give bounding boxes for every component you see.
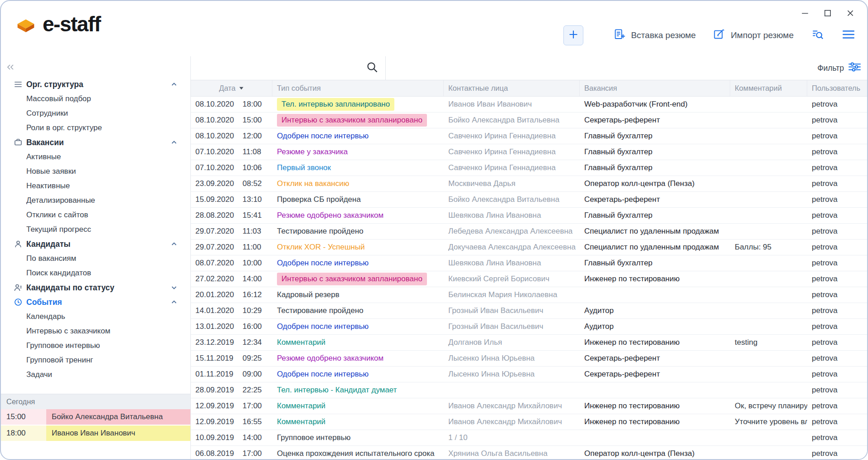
add-button[interactable]: [563, 25, 583, 45]
cell-contacts: Москвичева Дарья: [444, 176, 580, 191]
sidebar-section-org[interactable]: Орг. структура: [1, 77, 190, 92]
cell-comment: [730, 271, 807, 287]
table-row[interactable]: 23.09.202008:52Отклик на вакансиюМосквич…: [191, 176, 867, 192]
cell-comment: [730, 303, 807, 318]
cell-vacancy: Инженер по тестированию: [580, 335, 730, 350]
search-resume-button[interactable]: [811, 28, 824, 43]
table-row[interactable]: 15.11.201909:25Резюме одобрено заказчико…: [191, 351, 867, 367]
cell-vacancy: Главный бухгалтер: [580, 160, 730, 176]
sidebar-item-vacancies-2[interactable]: Неактивные: [1, 179, 190, 193]
table-row[interactable]: 06.08.201917:00Оценка прохождения испыта…: [191, 446, 867, 459]
today-event[interactable]: 18:00Иванов Иван Иванович: [1, 426, 190, 442]
menu-button[interactable]: [842, 29, 855, 42]
sidebar-item-vacancies-3[interactable]: Детализированные: [1, 193, 190, 208]
table-row[interactable]: 08.10.202015:00Интервью с заказчиком зап…: [191, 113, 867, 128]
table-row[interactable]: 23.12.201912:34КомментарийДолганов ИльяИ…: [191, 335, 867, 351]
sidebar-item-events-3[interactable]: Групповой тренинг: [1, 353, 190, 367]
close-button[interactable]: [843, 6, 858, 22]
sidebar-item-vacancies-1[interactable]: Новые заявки: [1, 164, 190, 179]
table-row[interactable]: 29.07.202011:03Тестирование пройденоЛебе…: [191, 224, 867, 240]
sidebar-item-org-1[interactable]: Сотрудники: [1, 106, 190, 121]
table-row[interactable]: 01.11.201909:00Одобрен после интервьюЛыс…: [191, 367, 867, 382]
table-row[interactable]: 28.09.201922:25Тел. интервью - Кандидат …: [191, 382, 867, 398]
close-icon: [846, 9, 854, 19]
event-type-badge: Интервью с заказчиком запланировано: [277, 273, 427, 285]
cell-user: petrova: [807, 271, 867, 287]
sidebar-item-events-1[interactable]: Интервью с заказчиком: [1, 324, 190, 338]
table-row[interactable]: 14.01.202010:29Тестирование пройденоГроз…: [191, 303, 867, 319]
filter-button[interactable]: Фильтр: [817, 62, 867, 74]
sidebar-collapse-button[interactable]: [6, 64, 19, 73]
cell-event-type: Одобрен после интервью: [272, 255, 444, 271]
chevron-up-icon[interactable]: [170, 240, 178, 248]
table-row[interactable]: 10.09.201914:00Групповое интервью1 / 10p…: [191, 430, 867, 446]
minimize-button[interactable]: [797, 6, 813, 22]
cell-event-type: Тестирование пройдено: [272, 224, 444, 239]
sidebar-item-vacancies-0[interactable]: Активные: [1, 150, 190, 164]
search-input[interactable]: [191, 56, 386, 80]
events-icon: [14, 298, 26, 307]
cell-event-type: Интервью с заказчиком запланировано: [272, 113, 444, 128]
column-header-3[interactable]: Вакансия: [580, 80, 730, 96]
event-type-badge: Отклик XOR - Успешный: [277, 243, 365, 252]
sidebar-item-org-0[interactable]: Массовый подбор: [1, 92, 190, 106]
column-header-2[interactable]: Контактные лица: [444, 80, 580, 96]
today-event[interactable]: 15:00Бойко Александра Витальевна: [1, 409, 190, 426]
event-type-badge: Резюме у заказчика: [277, 147, 348, 157]
app-window: e-staff Вставка резюме Импорт резюме Орг…: [0, 0, 868, 460]
cell-date: 12.09.201916:55: [191, 414, 272, 430]
column-header-4[interactable]: Комментарий: [730, 80, 807, 96]
table-row[interactable]: 08.07.202010:00Одобрен после интервьюШев…: [191, 255, 867, 271]
cell-comment: [730, 287, 807, 303]
table-row[interactable]: 12.09.201917:00КомментарийИванов Алексан…: [191, 398, 867, 414]
import-resume-button[interactable]: Импорт резюме: [713, 28, 794, 43]
sidebar-item-vacancies-5[interactable]: Текущий прогресс: [1, 222, 190, 237]
event-time: 13:10: [242, 195, 262, 204]
chevron-up-icon[interactable]: [170, 81, 178, 88]
cell-event-type: Отклик XOR - Успешный: [272, 240, 444, 255]
sidebar-section-candidates-status[interactable]: Кандидаты по статусу: [1, 280, 190, 295]
sidebar-item-org-2[interactable]: Роли в орг. структуре: [1, 121, 190, 135]
sidebar-item-events-2[interactable]: Групповое интервью: [1, 338, 190, 353]
chevron-up-icon[interactable]: [170, 299, 178, 306]
sidebar-section-candidates[interactable]: Кандидаты: [1, 237, 190, 251]
table-row[interactable]: 29.07.202011:00Отклик XOR - УспешныйДоку…: [191, 240, 867, 255]
chevron-up-icon[interactable]: [170, 139, 178, 146]
maximize-button[interactable]: [820, 6, 835, 22]
event-time: 15:41: [242, 211, 262, 220]
cell-vacancy: Главный бухгалтер: [580, 255, 730, 271]
cell-event-type: Тел. интервью - Кандидат думает: [272, 382, 444, 398]
sidebar-item-events-0[interactable]: Календарь: [1, 309, 190, 324]
table-row[interactable]: 07.10.202010:06Первый звонокСавченко Ири…: [191, 160, 867, 176]
table-row[interactable]: 20.01.202016:12Кадровый резервБелинская …: [191, 287, 867, 303]
table-row[interactable]: 08.10.202012:00Одобрен после интервьюСав…: [191, 128, 867, 144]
column-header-5[interactable]: Пользователь: [807, 80, 867, 96]
cell-contacts: Иванов Иван Иванович: [444, 97, 580, 112]
sidebar-item-events-4[interactable]: Задачи: [1, 367, 190, 382]
table-row[interactable]: 15.09.202013:10Проверка СБ пройденаБойко…: [191, 192, 867, 208]
column-header-1[interactable]: Тип события: [272, 80, 444, 96]
event-date: 28.09.2019: [195, 386, 242, 395]
table-row[interactable]: 07.10.202011:08Резюме у заказчикаСавченк…: [191, 144, 867, 160]
collapse-sidebar-icon: [6, 64, 15, 72]
cell-contacts: Белинская Мария Николаевна: [444, 287, 580, 303]
table-row[interactable]: 08.10.202018:00Тел. интервью запланирова…: [191, 97, 867, 113]
table-row[interactable]: 12.09.201916:55КомментарийИванов Алексан…: [191, 414, 867, 430]
paste-resume-button[interactable]: Вставка резюме: [613, 28, 696, 43]
event-time: 16:55: [242, 417, 262, 426]
event-type-badge: Резюме одобрено заказчиком: [277, 211, 383, 220]
cell-comment: [730, 97, 807, 112]
event-type-badge: Комментарий: [277, 338, 325, 347]
table-row[interactable]: 28.08.202015:41Резюме одобрено заказчико…: [191, 208, 867, 224]
sidebar-item-candidates-1[interactable]: Поиск кандидатов: [1, 266, 190, 280]
cell-user: petrova: [807, 224, 867, 239]
sidebar-section-events[interactable]: События: [1, 295, 190, 309]
event-type-badge: Комментарий: [277, 417, 325, 426]
column-header-0[interactable]: Дата: [191, 80, 272, 96]
table-row[interactable]: 13.01.202016:00Одобрен после интервьюГро…: [191, 319, 867, 335]
sidebar-section-vacancies[interactable]: Вакансии: [1, 135, 190, 150]
sidebar-item-candidates-0[interactable]: По вакансиям: [1, 251, 190, 266]
table-row[interactable]: 27.02.202014:00Интервью с заказчиком зап…: [191, 271, 867, 287]
chevron-down-icon[interactable]: [170, 284, 178, 291]
sidebar-item-vacancies-4[interactable]: Отклики с сайтов: [1, 208, 190, 222]
